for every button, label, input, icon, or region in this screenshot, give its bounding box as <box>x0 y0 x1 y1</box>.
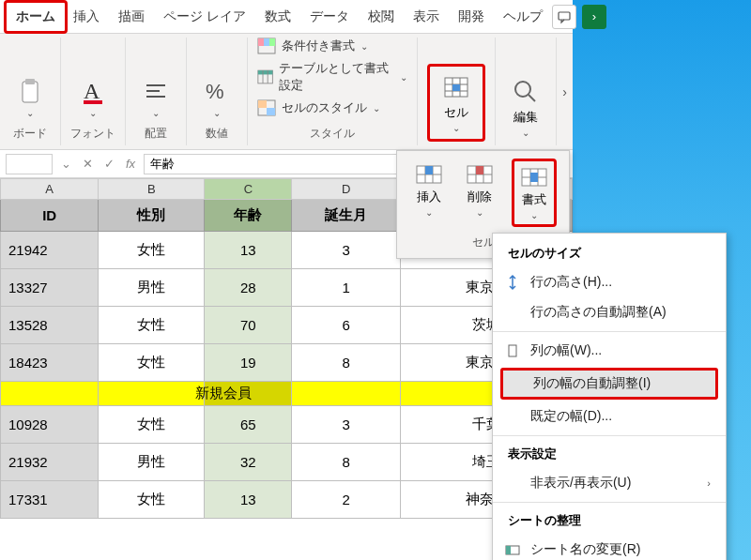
rename-icon <box>504 541 521 558</box>
col-header-d[interactable]: D <box>292 179 401 200</box>
tab-formulas[interactable]: 数式 <box>255 3 300 31</box>
styles-label: スタイル <box>310 126 355 142</box>
tab-page-layout[interactable]: ページ レイア <box>154 3 255 31</box>
collapse-ribbon-button[interactable]: › <box>582 5 606 29</box>
ribbon-content: ⌄ ボード A ⌄ フォント ⌄ 配置 % ⌄ 数値 <box>0 34 573 150</box>
conditional-format-icon <box>257 38 276 54</box>
col-header-c[interactable]: C <box>205 179 292 200</box>
menu-separator <box>493 502 726 503</box>
font-label: フォント <box>70 126 115 142</box>
menu-rename-sheet[interactable]: シート名の変更(R) <box>493 535 726 560</box>
insert-cells-icon <box>415 162 443 187</box>
svg-rect-11 <box>264 38 269 46</box>
tab-help[interactable]: ヘルプ <box>494 3 552 31</box>
clipboard-icon <box>15 76 45 106</box>
menu-row-autofit[interactable]: 行の高さの自動調整(A) <box>493 297 726 327</box>
chevron-down-icon: ⌄ <box>152 108 160 118</box>
tab-developer[interactable]: 開発 <box>449 3 494 31</box>
percent-icon: % <box>202 76 232 106</box>
ribbon-group-font: A ⌄ フォント <box>61 38 126 145</box>
menu-separator <box>493 331 726 332</box>
format-context-menu: セルのサイズ 行の高さ(H)... 行の高さの自動調整(A) 列の幅(W)...… <box>492 233 727 560</box>
svg-rect-4 <box>84 100 102 104</box>
svg-text:%: % <box>206 80 224 103</box>
format-cells-button[interactable]: 書式 ⌄ <box>512 159 557 227</box>
cells-button[interactable]: セル ⌄ <box>427 64 485 142</box>
svg-rect-12 <box>269 38 275 46</box>
delete-cells-icon <box>466 162 494 187</box>
fx-icon[interactable]: fx <box>123 157 138 171</box>
menu-section-cell-size: セルのサイズ <box>493 239 726 267</box>
svg-rect-43 <box>509 345 516 356</box>
svg-rect-37 <box>476 166 483 174</box>
ribbon-group-clipboard: ⌄ ボード <box>0 38 61 145</box>
svg-rect-19 <box>267 108 275 115</box>
row-height-icon <box>504 274 521 291</box>
svg-rect-18 <box>258 100 267 108</box>
menu-col-autofit[interactable]: 列の幅の自動調整(I) <box>500 368 718 400</box>
comment-icon <box>557 9 572 24</box>
ribbon-group-styles: 条件付き書式⌄ テーブルとして書式設定⌄ セルのスタイル⌄ スタイル <box>248 38 418 145</box>
col-width-icon <box>504 342 521 359</box>
tab-home[interactable]: ホーム <box>4 0 68 34</box>
yellow-row: 新規会員 <box>1 382 573 406</box>
cell-styles-icon <box>257 99 276 116</box>
chevron-down-icon: ⌄ <box>522 128 529 138</box>
paste-button[interactable]: ⌄ <box>9 72 51 122</box>
chevron-down-icon: ⌄ <box>26 108 34 118</box>
ribbon-group-editing: 編集 ⌄ <box>496 38 557 145</box>
svg-point-26 <box>515 82 530 97</box>
editing-button[interactable]: 編集 ⌄ <box>505 73 546 142</box>
chevron-down-icon: ⌄ <box>213 108 221 118</box>
name-box-dropdown-icon[interactable]: ⌄ <box>58 157 74 171</box>
menu-row-height[interactable]: 行の高さ(H)... <box>493 267 726 297</box>
tab-draw[interactable]: 描画 <box>109 3 154 31</box>
ribbon-tab-bar: ホーム 挿入 描画 ページ レイア 数式 データ 校閲 表示 開発 ヘルプ › <box>0 0 573 34</box>
svg-rect-0 <box>559 12 570 20</box>
font-button[interactable]: A ⌄ <box>72 72 114 122</box>
tab-view[interactable]: 表示 <box>404 3 449 31</box>
table-row: 18423 女性 19 8 東京都 <box>1 344 573 382</box>
font-icon: A <box>78 76 108 106</box>
col-header-a[interactable]: A <box>1 179 99 200</box>
tab-data[interactable]: データ <box>300 3 359 31</box>
table-row: 17331 女性 13 2 神奈川 <box>1 481 573 519</box>
number-label: 数値 <box>206 126 228 142</box>
cancel-icon[interactable]: ✕ <box>80 157 96 171</box>
number-button[interactable]: % ⌄ <box>196 72 238 122</box>
tab-review[interactable]: 校閲 <box>359 3 404 31</box>
clipboard-label: ボード <box>13 126 47 142</box>
menu-col-width[interactable]: 列の幅(W)... <box>493 336 726 366</box>
tab-insert[interactable]: 挿入 <box>64 3 109 31</box>
table-row: 13528 女性 70 6 茨城 <box>1 307 573 344</box>
table-row: 21932 男性 32 8 埼玉 <box>1 444 573 481</box>
enter-icon[interactable]: ✓ <box>101 157 117 171</box>
menu-separator <box>493 435 726 436</box>
search-icon <box>511 77 541 107</box>
format-as-table-button[interactable]: テーブルとして書式設定⌄ <box>257 60 407 94</box>
table-row: 13327 男性 28 1 東京都 <box>1 269 573 307</box>
delete-cells-button[interactable]: 削除 ⌄ <box>460 159 499 221</box>
svg-rect-32 <box>425 166 433 174</box>
comments-button[interactable] <box>552 5 576 29</box>
ribbon-group-alignment: ⌄ 配置 <box>126 38 187 145</box>
svg-rect-45 <box>506 546 511 554</box>
name-box[interactable] <box>6 154 53 174</box>
chevron-right-icon: › <box>707 477 711 489</box>
cell-styles-button[interactable]: セルのスタイル⌄ <box>257 99 380 116</box>
menu-section-display: 表示設定 <box>493 440 726 468</box>
format-cells-icon <box>520 165 548 189</box>
svg-rect-25 <box>452 84 460 91</box>
menu-default-width[interactable]: 既定の幅(D)... <box>493 401 726 431</box>
col-header-b[interactable]: B <box>99 179 205 200</box>
menu-section-sheet-org: シートの整理 <box>493 507 726 535</box>
svg-line-27 <box>529 95 535 101</box>
svg-rect-2 <box>25 79 35 84</box>
align-button[interactable]: ⌄ <box>135 72 176 122</box>
svg-rect-10 <box>258 38 264 46</box>
conditional-format-button[interactable]: 条件付き書式⌄ <box>257 38 368 54</box>
menu-hide-show[interactable]: 非表示/再表示(U) › <box>493 468 726 498</box>
svg-rect-14 <box>258 70 272 74</box>
insert-cells-button[interactable]: 挿入 ⌄ <box>409 159 449 221</box>
ribbon-overflow[interactable]: › <box>557 38 573 145</box>
